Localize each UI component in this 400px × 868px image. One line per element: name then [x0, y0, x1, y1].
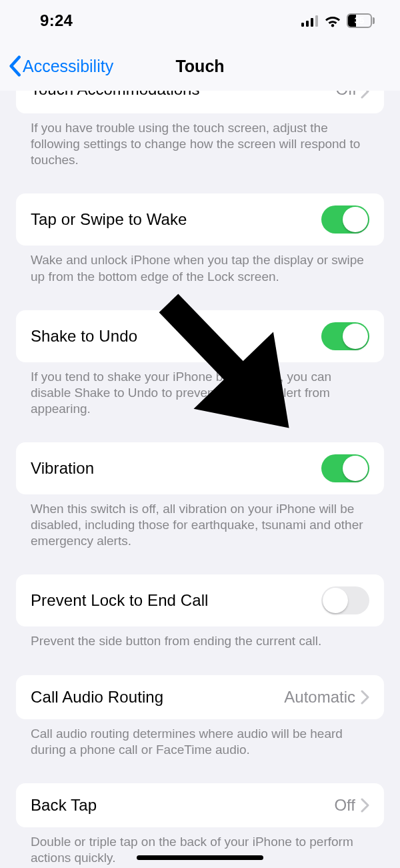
chevron-right-icon	[361, 690, 369, 705]
group-footer: If you tend to shake your iPhone by acci…	[16, 362, 384, 417]
row-value: Off	[334, 796, 355, 815]
row-value: Off	[335, 91, 357, 99]
row-title: Back Tap	[31, 796, 97, 815]
toggle-vibration[interactable]	[321, 454, 369, 482]
svg-rect-1	[306, 21, 309, 27]
row-title: Vibration	[31, 459, 94, 478]
toggle-prevent-lock-to-end-call[interactable]	[321, 586, 369, 614]
chevron-right-icon	[361, 798, 369, 813]
row-tap-or-swipe-to-wake[interactable]: Tap or Swipe to Wake	[16, 193, 384, 246]
row-vibration[interactable]: Vibration	[16, 442, 384, 494]
toggle-shake-to-undo[interactable]	[321, 322, 369, 350]
row-shake-to-undo[interactable]: Shake to Undo	[16, 310, 384, 362]
svg-rect-3	[315, 15, 318, 27]
group-footer: Wake and unlock iPhone when you tap the …	[16, 246, 384, 284]
chevron-left-icon	[8, 55, 21, 77]
toggle-tap-or-swipe-to-wake[interactable]	[321, 205, 369, 234]
status-bar: 9:24 35	[0, 0, 400, 41]
chevron-right-icon	[361, 91, 369, 99]
row-call-audio-routing[interactable]: Call Audio Routing Automatic	[16, 675, 384, 719]
row-touch-accommodations[interactable]: Touch Accommodations Off	[16, 91, 384, 113]
row-title: Touch Accommodations	[31, 91, 199, 99]
row-title: Call Audio Routing	[31, 688, 163, 707]
status-time: 9:24	[40, 11, 73, 30]
back-button[interactable]: Accessibility	[0, 55, 113, 77]
svg-rect-0	[301, 23, 304, 27]
row-value: Automatic	[284, 688, 355, 707]
group-footer: Prevent the side button from ending the …	[16, 626, 384, 649]
group-footer: If you have trouble using the touch scre…	[16, 113, 384, 168]
nav-bar: Accessibility Touch	[0, 41, 400, 91]
battery-icon: 35	[347, 13, 375, 28]
home-indicator[interactable]	[137, 855, 263, 860]
row-title: Prevent Lock to End Call	[31, 591, 209, 610]
battery-percent: 35	[348, 15, 371, 27]
svg-point-4	[331, 24, 334, 27]
wifi-icon	[324, 15, 341, 27]
group-footer: Call audio routing determines where audi…	[16, 719, 384, 758]
cellular-signal-icon	[301, 15, 319, 27]
row-title: Shake to Undo	[31, 327, 137, 346]
group-footer: Double or triple tap on the back of your…	[16, 827, 384, 866]
back-label: Accessibility	[23, 57, 113, 76]
settings-list[interactable]: Touch Accommodations Off If you have tro…	[0, 91, 400, 868]
row-prevent-lock-to-end-call[interactable]: Prevent Lock to End Call	[16, 574, 384, 626]
group-footer: When this switch is off, all vibration o…	[16, 494, 384, 549]
svg-rect-2	[311, 18, 313, 27]
status-indicators: 35	[301, 13, 375, 28]
row-title: Tap or Swipe to Wake	[31, 210, 187, 229]
row-back-tap[interactable]: Back Tap Off	[16, 783, 384, 827]
